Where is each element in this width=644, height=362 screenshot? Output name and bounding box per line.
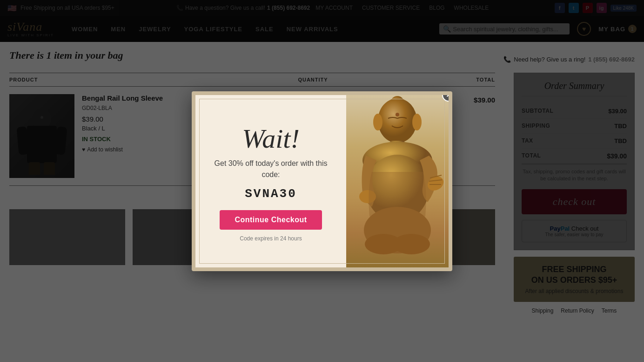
modal-expires: Code expires in 24 hours: [240, 235, 302, 242]
svg-point-11: [412, 114, 422, 130]
modal-desc: Get 30% off today's order with this code…: [209, 158, 332, 180]
modal-discount-code: SVNA30: [245, 187, 297, 201]
buddha-image: [346, 95, 449, 267]
svg-point-9: [396, 113, 399, 116]
modal-box: ✕ Wait! Get 30% off today's order with t…: [192, 91, 452, 271]
svg-point-19: [393, 234, 430, 254]
continue-checkout-button[interactable]: Continue Checkout: [220, 210, 322, 230]
svg-point-10: [373, 114, 382, 130]
modal-overlay: ✕ Wait! Get 30% off today's order with t…: [0, 0, 644, 362]
buddha-svg: [346, 95, 449, 267]
svg-point-8: [378, 98, 417, 143]
modal-right: [346, 95, 449, 267]
modal-wait-text: Wait!: [242, 125, 300, 152]
modal-left: Wait! Get 30% off today's order with thi…: [195, 95, 346, 267]
